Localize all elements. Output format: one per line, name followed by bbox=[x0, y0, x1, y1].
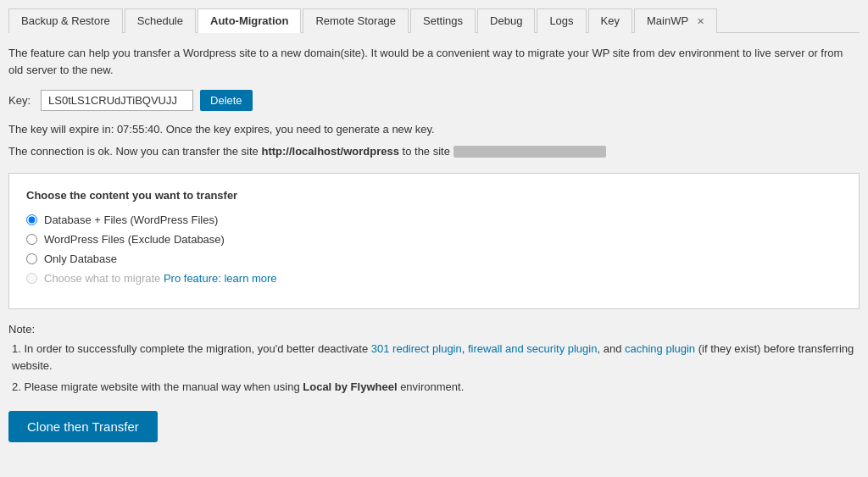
note-label: Note: bbox=[8, 323, 860, 336]
radio-choose-migrate bbox=[26, 273, 37, 284]
pro-feature-link[interactable]: Pro feature: learn more bbox=[164, 272, 277, 285]
radio-db-files-label: Database + Files (WordPress Files) bbox=[44, 214, 218, 226]
tab-mainwp[interactable]: MainWP ✕ bbox=[634, 8, 717, 33]
transfer-box: Choose the content you want to transfer … bbox=[8, 173, 860, 309]
radio-db-files[interactable] bbox=[26, 214, 37, 225]
radio-wp-files-label: WordPress Files (Exclude Database) bbox=[44, 233, 225, 246]
key-row: Key: Delete bbox=[8, 90, 860, 111]
tab-auto-migration[interactable]: Auto-Migration bbox=[198, 8, 301, 33]
note-1-mid2: , and bbox=[597, 342, 625, 355]
note-1-link2[interactable]: firewall and security plugin bbox=[468, 342, 597, 355]
description-text: The feature can help you transfer a Word… bbox=[8, 45, 860, 78]
radio-option-wp-files[interactable]: WordPress Files (Exclude Database) bbox=[26, 233, 842, 246]
note-1-number: 1. bbox=[12, 342, 21, 355]
note-2-number: 2. bbox=[12, 380, 21, 393]
note-1-mid1: , bbox=[462, 342, 468, 355]
tab-backup-restore[interactable]: Backup & Restore bbox=[8, 8, 123, 33]
note-2-prefix: Please migrate website with the manual w… bbox=[24, 380, 303, 393]
tab-schedule[interactable]: Schedule bbox=[125, 8, 196, 33]
blurred-destination-url bbox=[453, 146, 606, 158]
radio-wp-files[interactable] bbox=[26, 234, 37, 245]
radio-option-db-files[interactable]: Database + Files (WordPress Files) bbox=[26, 214, 842, 226]
connection-mid: to the site bbox=[399, 145, 453, 158]
note-2-bold: Local by Flywheel bbox=[303, 380, 397, 393]
tab-logs[interactable]: Logs bbox=[537, 8, 586, 33]
key-input[interactable] bbox=[41, 90, 193, 111]
connection-prefix: The connection is ok. Now you can transf… bbox=[8, 145, 261, 158]
connection-text: The connection is ok. Now you can transf… bbox=[8, 143, 860, 160]
note-1-prefix: In order to successfully complete the mi… bbox=[24, 342, 370, 355]
expire-text: The key will expire in: 07:55:40. Once t… bbox=[8, 121, 860, 138]
connection-url: http://localhost/wordpress bbox=[261, 145, 399, 158]
key-label: Key: bbox=[8, 94, 31, 107]
tab-remote-storage[interactable]: Remote Storage bbox=[303, 8, 409, 33]
transfer-box-title: Choose the content you want to transfer bbox=[26, 189, 842, 202]
radio-only-db-label: Only Database bbox=[44, 252, 117, 265]
note-1-link3[interactable]: caching plugin bbox=[625, 342, 695, 355]
note-1-link1[interactable]: 301 redirect plugin bbox=[371, 342, 462, 355]
clone-transfer-button[interactable]: Clone then Transfer bbox=[8, 411, 158, 442]
delete-button[interactable]: Delete bbox=[200, 90, 253, 111]
note-item-1: 1. In order to successfully complete the… bbox=[8, 341, 860, 374]
tab-key[interactable]: Key bbox=[588, 8, 632, 33]
radio-only-db[interactable] bbox=[26, 253, 37, 264]
content-area: The feature can help you transfer a Word… bbox=[8, 45, 860, 442]
tab-settings[interactable]: Settings bbox=[410, 8, 476, 33]
note-section: Note: 1. In order to successfully comple… bbox=[8, 323, 860, 396]
tab-bar: Backup & Restore Schedule Auto-Migration… bbox=[8, 8, 860, 33]
note-item-2: 2. Please migrate website with the manua… bbox=[8, 379, 860, 396]
plugin-container: Backup & Restore Schedule Auto-Migration… bbox=[0, 0, 868, 451]
radio-option-only-db[interactable]: Only Database bbox=[26, 252, 842, 265]
note-2-suffix: environment. bbox=[398, 380, 465, 393]
tab-debug[interactable]: Debug bbox=[477, 8, 535, 33]
tab-mainwp-label: MainWP bbox=[647, 14, 688, 27]
radio-option-choose-migrate: Choose what to migrate Pro feature: lear… bbox=[26, 272, 842, 285]
tab-mainwp-close[interactable]: ✕ bbox=[697, 16, 704, 26]
radio-choose-migrate-label: Choose what to migrate bbox=[44, 272, 160, 285]
